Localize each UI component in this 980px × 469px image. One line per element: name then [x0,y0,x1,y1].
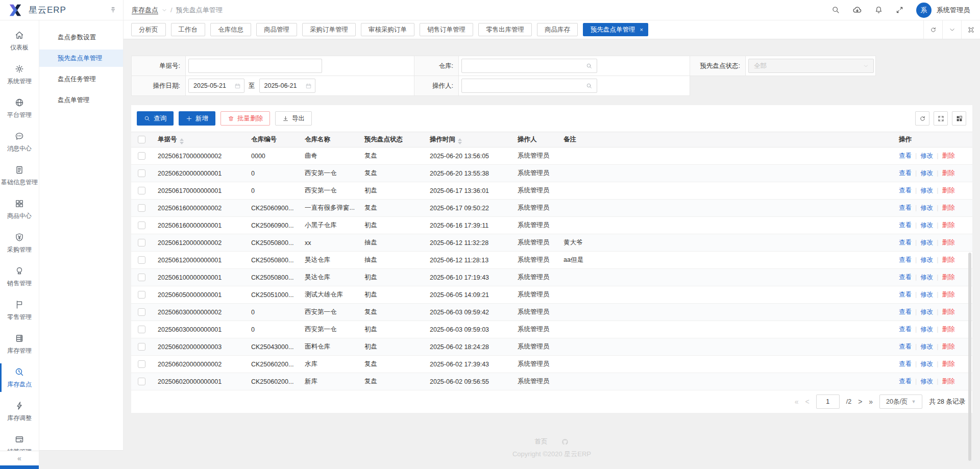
row-checkbox[interactable] [138,378,145,385]
page-size-select[interactable]: 20条/页 ▼ [879,394,922,409]
row-checkbox[interactable] [138,291,145,299]
view-link[interactable]: 查看 [899,239,912,246]
bell-icon[interactable] [874,6,883,14]
chevron-down-icon[interactable] [162,8,167,13]
export-button[interactable]: 导出 [275,111,312,126]
row-checkbox[interactable] [138,221,145,229]
sort-icon[interactable] [458,138,462,144]
sidebar-item-card[interactable]: 结算管理 [0,433,39,451]
sidebar-item-adjust[interactable]: 库存调整 [0,399,39,424]
expand-table-icon[interactable] [934,111,948,126]
first-page-button[interactable]: « [795,398,799,406]
user-name[interactable]: 系统管理员 [937,6,970,15]
delete-link[interactable]: 删除 [942,221,955,229]
pin-icon[interactable] [109,6,117,14]
delete-link[interactable]: 删除 [942,308,955,315]
tab-9[interactable]: 预先盘点单管理× [583,23,648,36]
row-checkbox[interactable] [138,204,145,212]
delete-link[interactable]: 删除 [942,378,955,385]
edit-link[interactable]: 修改 [920,343,933,350]
delete-link[interactable]: 删除 [942,187,955,194]
prev-page-button[interactable]: < [805,398,810,406]
sidebar-item-sales[interactable]: 销售管理 [0,264,39,289]
sidebar-item-purchase[interactable]: 采购管理 [0,231,39,255]
tab-3[interactable]: 商品管理 [256,23,297,36]
edit-link[interactable]: 修改 [920,169,933,177]
view-link[interactable]: 查看 [899,221,912,229]
edit-link[interactable]: 修改 [920,360,933,367]
submenu-item-0[interactable]: 盘点参数设置 [39,29,123,46]
view-link[interactable]: 查看 [899,256,912,263]
table-scrollbar[interactable] [968,253,971,461]
add-button[interactable]: 新增 [179,111,215,126]
column-header-4[interactable]: 操作时间 [424,132,511,147]
edit-link[interactable]: 修改 [920,274,933,281]
view-link[interactable]: 查看 [899,343,912,350]
status-select[interactable]: 全部 [748,59,874,73]
sidebar-item-stocktake[interactable]: 库存盘点 [0,365,39,390]
delete-link[interactable]: 删除 [942,256,955,263]
chevron-down-tabs-icon[interactable] [942,20,961,39]
batch-delete-button[interactable]: 批量删除 [220,111,270,126]
delete-link[interactable]: 删除 [942,169,955,177]
edit-link[interactable]: 修改 [920,256,933,263]
row-checkbox[interactable] [138,187,145,194]
sidebar-item-retail[interactable]: 零售管理 [0,298,39,323]
sidebar-item-inventory[interactable]: 库存管理 [0,332,39,356]
edit-link[interactable]: 修改 [920,187,933,194]
operator-input[interactable] [461,79,597,93]
row-checkbox[interactable] [138,274,145,281]
row-checkbox[interactable] [138,343,145,351]
sidebar-item-message[interactable]: 消息中心 [0,130,39,154]
edit-link[interactable]: 修改 [920,308,933,315]
sidebar-item-grid[interactable]: 商品中心 [0,197,39,221]
edit-link[interactable]: 修改 [920,152,933,159]
edit-link[interactable]: 修改 [920,221,933,229]
avatar[interactable]: 系 [916,3,932,18]
column-settings-icon[interactable] [952,111,966,126]
row-checkbox[interactable] [138,308,145,316]
view-link[interactable]: 查看 [899,291,912,298]
sidebar-item-document[interactable]: 基础信息管理 [0,163,39,188]
view-link[interactable]: 查看 [899,326,912,333]
submenu-item-1[interactable]: 预先盘点单管理 [39,50,123,67]
select-all-checkbox[interactable] [138,136,145,143]
last-page-button[interactable]: » [869,398,873,406]
delete-link[interactable]: 删除 [942,360,955,367]
row-checkbox[interactable] [138,360,145,368]
view-link[interactable]: 查看 [899,169,912,177]
row-checkbox[interactable] [138,326,145,333]
submenu-item-2[interactable]: 盘点任务管理 [39,70,123,88]
view-link[interactable]: 查看 [899,274,912,281]
view-link[interactable]: 查看 [899,360,912,367]
row-checkbox[interactable] [138,239,145,246]
row-checkbox[interactable] [138,256,145,264]
tab-1[interactable]: 工作台 [171,23,206,36]
sort-icon[interactable] [180,138,184,144]
view-link[interactable]: 查看 [899,308,912,315]
view-link[interactable]: 查看 [899,204,912,211]
edit-link[interactable]: 修改 [920,326,933,333]
sidebar-item-globe[interactable]: 平台管理 [0,96,39,120]
sidebar-item-home[interactable]: 仪表板 [0,29,39,53]
delete-link[interactable]: 删除 [942,274,955,281]
edit-link[interactable]: 修改 [920,378,933,385]
footer-home-link[interactable]: 首页 [535,437,548,446]
cloud-download-icon[interactable] [852,5,862,15]
refresh-tab-icon[interactable] [923,20,942,39]
search-icon[interactable] [831,6,840,14]
breadcrumb-section[interactable]: 库存盘点 [132,6,158,15]
row-checkbox[interactable] [138,169,145,177]
delete-link[interactable]: 删除 [942,204,955,211]
tab-0[interactable]: 分析页 [131,23,166,36]
tab-2[interactable]: 仓库信息 [210,23,251,36]
bill-no-input[interactable] [188,59,322,73]
operator-search-icon[interactable] [586,83,593,89]
row-checkbox[interactable] [138,152,145,160]
sidebar-collapse-button[interactable]: « [0,451,39,465]
view-link[interactable]: 查看 [899,378,912,385]
date-to-input[interactable]: 2025-06-21 [259,79,315,93]
edit-link[interactable]: 修改 [920,204,933,211]
next-page-button[interactable]: > [858,398,862,406]
fullscreen-icon[interactable] [895,6,904,14]
